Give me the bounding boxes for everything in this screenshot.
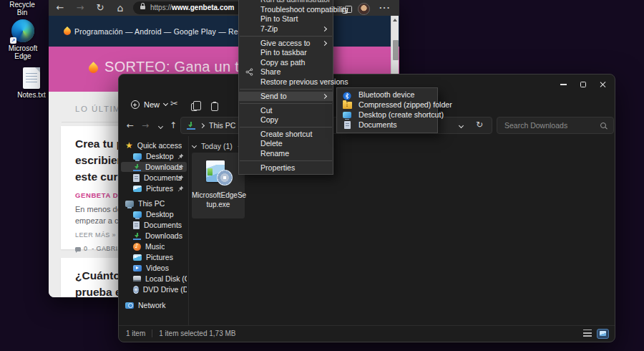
search-box[interactable]: Search Downloads <box>497 117 614 134</box>
close-button[interactable] <box>593 74 613 95</box>
selection-summary: 1 item selected 1,73 MB <box>159 330 235 337</box>
submenu-item-documents[interactable]: Documents <box>337 120 437 130</box>
sidebar-label: Network <box>138 301 166 309</box>
menu-item-send-to[interactable]: Send to <box>239 92 333 102</box>
sidebar-item-dvd-drive[interactable]: DVD Drive (D:) DV <box>121 284 187 294</box>
submenu-arrow-icon <box>322 94 327 99</box>
dvd-disc-icon <box>133 286 139 294</box>
sidebar-item-pictures[interactable]: Pictures <box>121 183 187 193</box>
menu-item-copy-as-path[interactable]: Copy as path <box>239 58 333 68</box>
desktop-icon-notes-txt[interactable]: Notes.txt <box>14 67 49 99</box>
desktop-icon <box>343 112 351 118</box>
sidebar-item-downloads[interactable]: Downloads <box>121 162 187 172</box>
back-icon[interactable]: ← <box>53 0 67 16</box>
menu-item-run-as-administrator[interactable]: Run as administrator <box>239 0 333 5</box>
menu-item-troubleshoot-compatibility[interactable]: Troubleshoot compatibility <box>239 5 333 15</box>
home-icon[interactable]: ⌂ <box>113 0 127 16</box>
item-count: 1 item <box>126 330 145 337</box>
edge-icon: ↗ <box>11 19 34 42</box>
menu-item-delete[interactable]: Delete <box>239 139 333 149</box>
sidebar-item-this-pc[interactable]: This PC <box>121 198 187 208</box>
cut-icon[interactable]: ✂ <box>170 98 178 109</box>
file-item-microsoftedgesetup[interactable]: MicrosoftEdgeSe tup.exe <box>192 153 245 218</box>
sidebar-item-quick-access[interactable]: ★ Quick access <box>121 140 187 150</box>
menu-separator <box>240 160 332 161</box>
address-dropdown-icon[interactable] <box>459 123 464 128</box>
forward-icon[interactable]: → <box>138 118 152 133</box>
window-controls <box>553 74 613 95</box>
details-view-icon[interactable] <box>583 330 592 337</box>
sidebar-item-network[interactable]: Network <box>121 300 187 310</box>
recent-locations-icon[interactable] <box>153 118 167 133</box>
sidebar-item-documents[interactable]: Documents <box>121 173 187 183</box>
menu-item-give-access-to[interactable]: Give access to <box>239 39 333 49</box>
forward-icon[interactable]: → <box>73 0 87 16</box>
menu-separator <box>240 127 332 128</box>
minimize-button[interactable] <box>553 74 573 95</box>
url-domain: www.genbeta.com <box>172 4 234 11</box>
pin-icon <box>177 164 184 170</box>
this-pc-icon <box>125 201 134 207</box>
scrollbar-thumb[interactable] <box>393 40 399 60</box>
comment-count: 0 <box>84 245 87 252</box>
menu-item-restore-previous-versions[interactable]: Restore previous versions <box>239 77 333 87</box>
document-icon <box>133 221 140 229</box>
scroll-up-arrow[interactable] <box>393 19 397 21</box>
sidebar-label: Documents <box>144 173 182 182</box>
sidebar-item-pc-videos[interactable]: Videos <box>121 263 187 273</box>
bluetooth-icon <box>343 92 351 100</box>
collapse-chevron-icon[interactable] <box>192 143 197 148</box>
maximize-button[interactable] <box>573 74 593 95</box>
sidebar-label: Videos <box>146 264 169 272</box>
submenu-item-bluetooth-device[interactable]: Bluetooth device <box>337 90 437 100</box>
document-icon <box>133 174 140 182</box>
sidebar-item-local-disk[interactable]: Local Disk (C:) <box>121 274 187 284</box>
new-button[interactable]: New <box>125 97 174 112</box>
sidebar-item-pc-desktop[interactable]: Desktop <box>121 209 187 219</box>
sidebar-label: DVD Drive (D:) DV <box>143 285 187 294</box>
installer-file-icon <box>204 158 233 187</box>
menu-item-7zip[interactable]: 7-Zip <box>239 24 333 34</box>
chevron-down-icon <box>163 101 168 106</box>
pin-icon <box>177 153 184 160</box>
menu-item-rename[interactable]: Rename <box>239 149 333 159</box>
menu-item-cut[interactable]: Cut <box>239 106 333 116</box>
sidebar-item-pc-downloads[interactable]: Downloads <box>121 231 187 241</box>
refresh-icon[interactable]: ↻ <box>93 0 107 16</box>
downloads-icon <box>133 232 141 240</box>
menu-item-pin-to-start[interactable]: Pin to Start <box>239 14 333 24</box>
flame-icon <box>87 62 99 74</box>
sidebar-item-pc-pictures[interactable]: Pictures <box>121 252 187 262</box>
menu-item-pin-to-taskbar[interactable]: Pin to taskbar <box>239 48 333 58</box>
desktop-icon-microsoft-edge[interactable]: ↗ Microsoft Edge <box>6 19 40 60</box>
back-icon[interactable]: ← <box>123 118 137 133</box>
send-to-submenu: Bluetooth device Compressed (zipped) fol… <box>336 87 438 133</box>
up-icon[interactable]: ↑ <box>166 118 180 133</box>
copy-icon[interactable] <box>191 100 197 113</box>
menu-item-create-shortcut[interactable]: Create shortcut <box>239 130 333 140</box>
menu-item-share[interactable]: Share <box>239 67 333 77</box>
pictures-icon <box>133 186 142 192</box>
menu-item-copy[interactable]: Copy <box>239 115 333 125</box>
status-divider <box>152 330 152 337</box>
sidebar-label: Pictures <box>146 184 173 193</box>
submenu-item-compressed-folder[interactable]: Compressed (zipped) folder <box>337 100 437 110</box>
context-menu: Run as administrator Troubleshoot compat… <box>238 0 333 175</box>
breadcrumb-this-pc[interactable]: This PC <box>209 121 235 130</box>
sidebar-item-desktop[interactable]: Desktop <box>121 151 187 161</box>
submenu-item-desktop-shortcut[interactable]: Desktop (create shortcut) <box>337 110 437 120</box>
sidebar-item-pc-music[interactable]: Music <box>121 241 187 251</box>
menu-item-properties[interactable]: Properties <box>239 163 333 173</box>
notes-label: Notes.txt <box>14 91 49 99</box>
profile-avatar[interactable] <box>356 0 371 16</box>
pin-icon <box>177 186 184 192</box>
sidebar-item-pc-documents[interactable]: Documents <box>121 220 187 230</box>
explorer-body: ★ Quick access Desktop Downloads Documen… <box>119 136 615 325</box>
browser-menu-icon[interactable]: ··· <box>378 0 392 16</box>
paste-icon[interactable] <box>211 100 218 112</box>
large-icons-view-icon[interactable] <box>597 329 609 339</box>
desktop-icon-recycle-bin[interactable]: Recycle Bin <box>4 1 40 16</box>
refresh-icon[interactable]: ↻ <box>476 120 483 130</box>
menu-separator <box>240 89 332 90</box>
sidebar-label: Pictures <box>146 253 173 261</box>
